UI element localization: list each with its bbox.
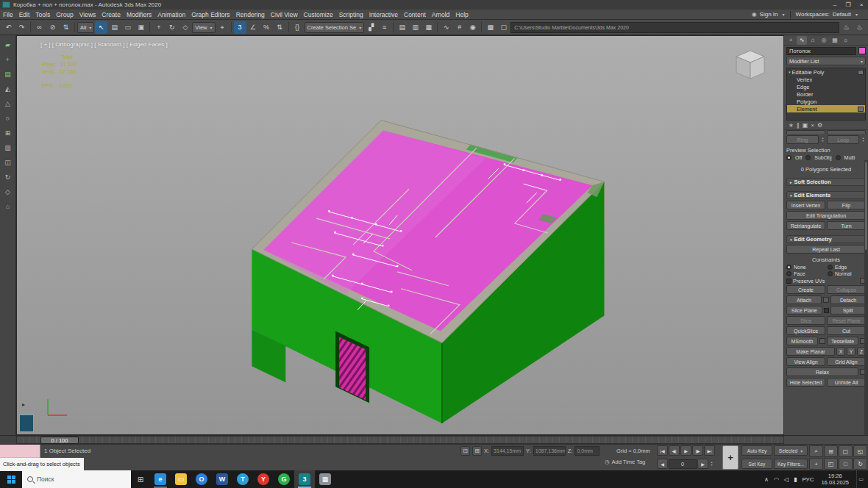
loop-spinner[interactable]: ▴▾ xyxy=(861,137,866,143)
taskbar-app-browser[interactable]: O xyxy=(191,470,212,488)
taskbar-app-green[interactable]: G xyxy=(274,470,294,488)
notification-center-button[interactable]: ▭ xyxy=(856,470,865,488)
project-folder-field[interactable]: C:\Users\Studio Marble\Documents\3ds Max… xyxy=(511,22,839,33)
viewport-layout-expand-icon[interactable]: ▸ xyxy=(22,401,25,408)
undo-icon[interactable]: ↶ xyxy=(2,21,15,34)
edit-geometry-rollout[interactable]: ▾ Edit Geometry xyxy=(786,235,866,243)
left-tool-icon-8[interactable]: ▥ xyxy=(2,142,14,154)
x-coordinate-field[interactable]: 3144,15mm xyxy=(491,446,524,456)
render-iterative-icon[interactable]: ♨ xyxy=(853,21,866,34)
add-time-tag[interactable]: ◷ Add Time Tag xyxy=(605,459,645,465)
schematic-view-icon[interactable]: # xyxy=(453,21,466,34)
rectangular-selection-icon[interactable]: ▭ xyxy=(121,21,134,34)
close-button[interactable]: × xyxy=(855,0,868,10)
cut-button[interactable]: Cut xyxy=(827,326,866,335)
select-object-icon[interactable]: ↖ xyxy=(95,21,107,34)
zoom-extents-all-icon[interactable]: ◱ xyxy=(853,445,867,457)
zoom-icon[interactable]: ⌕ xyxy=(809,445,823,457)
play-button[interactable]: ▶ xyxy=(680,445,691,456)
stack-display-icon[interactable] xyxy=(858,70,864,75)
soft-selection-rollout[interactable]: ▸ Soft Selection xyxy=(786,178,866,186)
menu-scripting[interactable]: Scripting xyxy=(336,10,366,20)
split-button[interactable]: Split xyxy=(830,306,867,315)
orbit-icon[interactable]: □ xyxy=(839,458,853,470)
left-tool-icon-11[interactable]: ◇ xyxy=(2,186,14,198)
frame-spinner[interactable]: ▴▾ xyxy=(709,461,714,467)
command-panel-scrollbar[interactable] xyxy=(864,160,868,435)
object-name-field[interactable]: Потолок xyxy=(786,47,856,55)
menu-modifiers[interactable]: Modifiers xyxy=(124,10,154,20)
left-tool-icon-7[interactable]: ⊞ xyxy=(2,127,14,139)
left-tool-icon-2[interactable]: + xyxy=(2,54,14,65)
pan-view-icon[interactable]: ◰ xyxy=(824,458,838,470)
select-by-name-icon[interactable]: ▤ xyxy=(108,21,121,34)
utilities-tab-icon[interactable]: ☼ xyxy=(841,36,851,45)
msmooth-settings-button[interactable] xyxy=(819,338,825,344)
retriangulate-button[interactable]: Retriangulate xyxy=(786,221,825,230)
layer-explorer-icon[interactable]: ▥ xyxy=(409,21,421,34)
left-tool-icon-4[interactable]: ◭ xyxy=(2,83,14,95)
hide-selected-button[interactable]: Hide Selected xyxy=(786,378,825,387)
taskbar-app-telegram[interactable]: T xyxy=(232,470,253,488)
ring-spinner[interactable]: ▴▾ xyxy=(820,137,825,143)
set-key-button[interactable]: Set Key xyxy=(741,459,772,469)
mirror-icon[interactable]: ▞ xyxy=(365,21,377,34)
modifier-list-dropdown[interactable]: Modifier List ▾ xyxy=(786,57,866,65)
next-frame-button[interactable]: ▶ xyxy=(697,459,708,469)
detach-button[interactable]: Detach xyxy=(830,295,866,304)
radio-subobj[interactable] xyxy=(805,155,811,160)
edit-elements-rollout[interactable]: ▾ Edit Elements xyxy=(786,191,866,199)
attach-button[interactable]: Attach xyxy=(786,295,822,304)
previous-frame-button[interactable]: ◀ xyxy=(657,459,668,469)
taskbar-app-3ds-max[interactable]: 3 xyxy=(294,470,315,488)
insert-vertex-button[interactable]: Insert Vertex xyxy=(786,201,825,209)
menu-content[interactable]: Content xyxy=(401,10,429,20)
taskbar-app-edge[interactable]: e xyxy=(150,470,171,488)
taskbar-app-yandex[interactable]: Y xyxy=(253,470,274,488)
slice-button[interactable]: Slice xyxy=(786,316,825,325)
stack-element-selected[interactable]: Element xyxy=(787,105,865,112)
edit-triangulation-button[interactable]: Edit Triangulation xyxy=(786,211,866,220)
menu-animation[interactable]: Animation xyxy=(154,10,188,20)
z-coordinate-field[interactable]: 0,0mm xyxy=(574,446,600,456)
network-icon[interactable]: ◠ xyxy=(774,476,779,483)
workspace-dropdown[interactable]: Default xyxy=(833,11,851,18)
percent-snap-icon[interactable]: % xyxy=(260,21,273,34)
use-pivot-center-icon[interactable]: ⌖ xyxy=(216,21,229,34)
select-and-rotate-icon[interactable]: ↻ xyxy=(166,21,178,34)
unlink-selection-icon[interactable]: ⊘ xyxy=(46,21,59,34)
language-indicator[interactable]: РУС xyxy=(802,476,814,483)
turn-button[interactable]: Turn xyxy=(827,221,866,230)
left-tool-icon-5[interactable]: △ xyxy=(2,98,14,110)
selection-filter-dropdown[interactable]: All▾ xyxy=(77,22,94,33)
ring-button[interactable]: Ring xyxy=(786,135,819,144)
zoom-extents-icon[interactable]: ▢ xyxy=(839,445,853,457)
taskbar-clock[interactable]: 19:26 16.03.2025 xyxy=(819,473,851,486)
make-unique-icon[interactable]: ▣ xyxy=(803,122,808,129)
expand-triangle-icon[interactable]: ▾ xyxy=(789,70,791,74)
menu-customize[interactable]: Customize xyxy=(301,10,336,20)
viewport-layout-tab[interactable] xyxy=(19,415,34,432)
align-icon[interactable]: ≡ xyxy=(378,21,391,34)
radio-off[interactable] xyxy=(786,155,791,160)
menu-tools[interactable]: Tools xyxy=(32,10,53,20)
menu-graph-editors[interactable]: Graph Editors xyxy=(188,10,232,20)
battery-icon[interactable]: ▮ xyxy=(794,476,797,483)
curve-editor-icon[interactable]: ∿ xyxy=(440,21,452,34)
collapse-button[interactable]: Collapse xyxy=(827,285,866,294)
taskbar-app-file-explorer[interactable]: ▭ xyxy=(171,470,191,488)
viewport-scene[interactable] xyxy=(17,36,783,434)
repeat-last-button[interactable]: Repeat Last xyxy=(786,245,866,254)
constraint-face-radio[interactable] xyxy=(786,271,791,276)
left-tool-icon-10[interactable]: ↻ xyxy=(2,171,14,183)
stack-polygon[interactable]: Polygon xyxy=(787,98,865,105)
menu-group[interactable]: Group xyxy=(53,10,77,20)
constraint-edge-radio[interactable] xyxy=(828,265,833,270)
previous-key-button[interactable]: ◀| xyxy=(669,445,680,456)
current-frame-field[interactable]: 0 xyxy=(669,459,697,469)
redo-icon[interactable]: ↷ xyxy=(15,21,28,34)
ribbon-toggle-icon[interactable]: ▦ xyxy=(422,21,435,34)
quickslice-button[interactable]: QuickSlice xyxy=(786,326,825,335)
next-key-button[interactable]: |▶ xyxy=(692,445,703,456)
scrollbar-thumb[interactable] xyxy=(865,162,867,250)
